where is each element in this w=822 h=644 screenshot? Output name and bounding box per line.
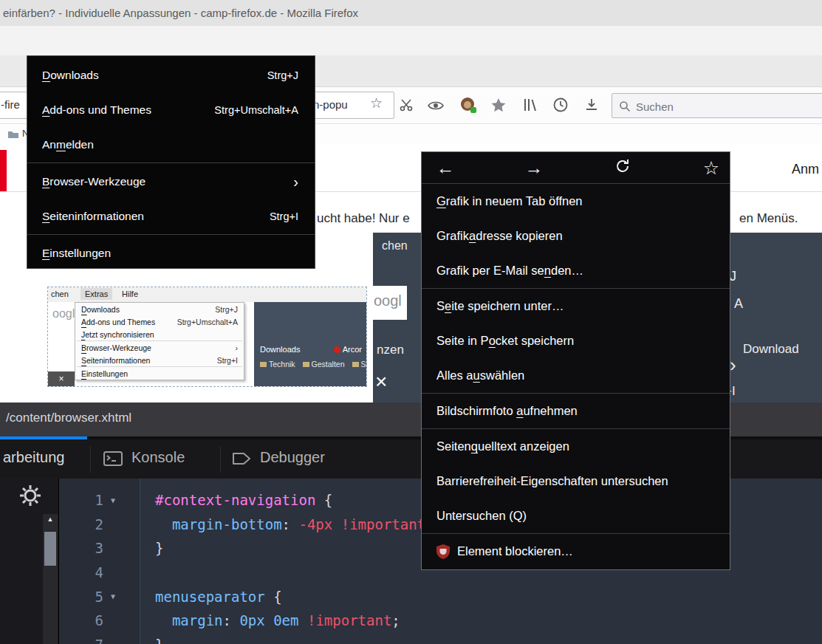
context-menu-item-block-element[interactable]: Element blockieren… — [422, 534, 730, 569]
folder-icon — [352, 362, 359, 367]
code-line: 5▼menuseparator { — [59, 584, 822, 609]
bookmark-star-icon[interactable]: ☆ — [370, 95, 383, 112]
window-title: einfärben? - Individuelle Anpassungen - … — [3, 0, 358, 26]
embedded-screenshot-1: chen Extras Hilfe oogl DownloadsStrg+J A… — [47, 287, 367, 387]
sidebar-scrollbar[interactable]: ▲ — [43, 514, 58, 644]
shot2-download-fragment: Download — [743, 342, 799, 357]
star-addon-icon[interactable] — [490, 97, 507, 117]
scrollbar-thumb[interactable] — [44, 532, 56, 566]
list-item: DownloadsStrg+J — [75, 303, 244, 315]
bookmark-star-icon[interactable]: ☆ — [695, 159, 727, 177]
code-line: 7} — [59, 633, 822, 644]
shot2-google-box: oogl — [373, 286, 407, 320]
search-field[interactable] — [612, 93, 822, 118]
code-line: 6 margin: 0px 0em !important; — [59, 609, 822, 633]
context-menu-item-email-image[interactable]: Grafik per E-Mail senden… — [422, 253, 730, 288]
devtools-stylesheet-path: /content/browser.xhtml — [6, 411, 131, 425]
download-icon[interactable] — [583, 97, 600, 116]
shot1-menubar-hilfe: Hilfe — [122, 290, 138, 298]
context-menu-item-accessibility[interactable]: Barrierefreiheit-Eigenschaften untersuch… — [422, 464, 730, 499]
list-item: Browser-Werkzeuge› — [75, 341, 244, 354]
screenshot-scissors-icon[interactable] — [399, 97, 414, 115]
context-menu-item-select-all[interactable]: Alles auswählen — [422, 358, 730, 393]
shot1-menubar-extras: Extras — [81, 288, 112, 300]
shot1-browser-chrome: Downloads Arcor Technik Gestalten Spiele — [254, 302, 366, 386]
body-text-fragment-left: ucht habe! Nur e — [317, 211, 410, 226]
back-icon[interactable]: ← — [429, 159, 462, 177]
context-menu-nav-row: ← → ☆ — [422, 152, 730, 184]
extras-menu-item-browser-werkzeuge[interactable]: Browser-Werkzeuge› — [27, 164, 315, 199]
extras-menu-item-addons[interactable]: Add-ons und ThemesStrg+Umschalt+A — [27, 92, 315, 127]
shortcut-label: Strg+J — [267, 69, 298, 81]
submenu-arrow-icon: › — [293, 174, 298, 189]
shot1-bookmark-folders: Technik Gestalten Spiele — [260, 360, 367, 369]
extras-menu-item-seiteninformationen[interactable]: SeiteninformationenStrg+I — [27, 199, 315, 233]
library-icon[interactable] — [523, 97, 538, 115]
list-item: Einstellungen — [75, 367, 244, 380]
folder-icon — [260, 362, 267, 367]
extras-menu-item-anmelden[interactable]: Anmelden — [27, 127, 315, 162]
tab-debugger[interactable]: Debugger — [260, 449, 325, 466]
tab-divider — [220, 446, 221, 473]
signin-link-fragment[interactable]: Anm — [792, 162, 819, 177]
shot2-text-fragment: nzen — [377, 343, 404, 357]
firefox-window: einfärben? - Individuelle Anpassungen - … — [0, 0, 822, 644]
shortcut-label: Strg+Umschalt+A — [214, 104, 298, 116]
list-item: Jetzt synchronisieren — [75, 328, 244, 340]
reload-icon[interactable] — [606, 157, 639, 178]
context-menu-item-inspect[interactable]: Untersuchen (Q) — [422, 499, 730, 533]
menubar: en Extras Hilfe — [0, 26, 822, 55]
ublock-shield-icon — [436, 544, 450, 559]
shot2-submenu-arrow-icon: › — [730, 354, 736, 377]
context-menu-item-view-page-source[interactable]: Seitenquelltext anzeigen — [422, 429, 730, 464]
tab-style-editor[interactable]: arbeitung — [3, 449, 64, 466]
tab-divider — [90, 446, 91, 473]
bookmark-folder-icon — [7, 129, 19, 142]
context-menu-item-save-to-pocket[interactable]: Seite in Pocket speichern — [422, 323, 730, 358]
shortcut-label: Strg+I — [270, 210, 298, 222]
shot2-google-fragment: oogl — [374, 292, 402, 309]
site-logo-bar — [0, 150, 7, 192]
search-input[interactable] — [634, 94, 815, 119]
shot2-shortcut-fragment-a: A — [734, 296, 743, 312]
history-clock-icon[interactable] — [552, 97, 569, 116]
extras-menu-item-downloads[interactable]: DownloadsStrg+J — [27, 58, 315, 92]
context-menu-item-open-image-new-tab[interactable]: Grafik in neuem Tab öffnen — [422, 184, 730, 219]
url-text-fragment-right: n-popu — [313, 98, 348, 111]
shot2-close-icon: × — [375, 370, 387, 394]
shot1-menubar-cut: chen — [51, 290, 69, 298]
extras-menu-item-einstellungen[interactable]: Einstellungen — [27, 236, 315, 270]
shot1-extras-menu: DownloadsStrg+J Add-ons und ThemesStrg+U… — [75, 302, 244, 380]
shot1-close-icon: × — [48, 371, 75, 386]
menu-separator — [27, 234, 315, 235]
search-magnifier-icon — [619, 100, 631, 112]
image-context-menu: ← → ☆ Grafik in neuem Tab öffnen Grafika… — [421, 151, 730, 570]
arcor-logo-icon — [334, 346, 340, 353]
monkey-addon-icon[interactable] — [459, 96, 477, 117]
shot1-google-fragment: oogl — [52, 307, 75, 321]
eye-icon[interactable] — [427, 100, 445, 114]
list-item: Add-ons und ThemesStrg+Umschalt+A — [75, 315, 244, 328]
gear-icon[interactable] — [18, 483, 43, 511]
shot1-menubar: chen Extras Hilfe — [48, 287, 366, 302]
window-titlebar: einfärben? - Individuelle Anpassungen - … — [0, 0, 822, 26]
debugger-icon — [232, 451, 251, 469]
context-menu-item-take-screenshot[interactable]: Bildschirmfoto aufnehmen — [422, 394, 730, 428]
shot1-bookmark-arcor: Arcor — [334, 345, 362, 354]
context-menu-item-save-page-as[interactable]: Seite speichern unter… — [422, 289, 730, 323]
body-text-fragment-right: en Menüs. — [739, 211, 798, 226]
tab-konsole[interactable]: Konsole — [131, 449, 185, 466]
extras-dropdown-menu: DownloadsStrg+J Add-ons und ThemesStrg+U… — [27, 55, 315, 269]
style-editor-sidebar: ▲ — [0, 479, 59, 644]
forward-icon[interactable]: → — [518, 159, 550, 177]
menu-separator — [27, 162, 315, 163]
scrollbar-up-arrow-icon[interactable]: ▲ — [43, 515, 58, 523]
url-text-fragment-left: -fire — [1, 98, 20, 111]
shot2-menubar-fragment: chen — [382, 239, 408, 253]
shot2-shortcut-fragment-j: J — [730, 269, 736, 284]
console-icon — [103, 451, 123, 469]
shot1-bookmark-downloads: Downloads — [260, 345, 300, 354]
context-menu-item-copy-image-address[interactable]: Grafikadresse kopieren — [422, 219, 730, 253]
folder-icon — [303, 362, 309, 367]
list-item: SeiteninformationenStrg+I — [75, 354, 244, 366]
